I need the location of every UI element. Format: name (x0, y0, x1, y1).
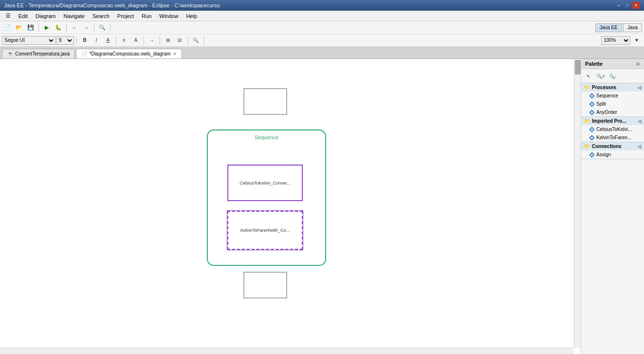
grid-button[interactable]: ⊞ (163, 36, 173, 45)
bottom-connector-box[interactable] (243, 272, 287, 298)
maximize-button[interactable]: □ (624, 2, 631, 9)
palette-panel-inner: 📁 Processes ◁ Sequence Split AnyOrder (581, 83, 644, 354)
sep10 (203, 37, 204, 44)
tab-diagram-label: *DiagramaComposicao.owls_diagram (89, 51, 170, 56)
zoom-dropdown-button[interactable]: ▼ (631, 36, 642, 45)
menu-run[interactable]: Run (138, 12, 155, 20)
minimize-button[interactable]: ─ (615, 2, 623, 9)
diagram-canvas: Sequence CelsiusToKelvin_Conver... Kelvi… (0, 59, 581, 354)
palette-section-processes: 📁 Processes ◁ Sequence Split AnyOrder (581, 83, 644, 117)
align-left-button[interactable]: ≡ (119, 36, 129, 45)
toolbar-row-1: 📄 📂 💾 ▶ 🐛 ← → 🔍 Java EE Java (0, 21, 644, 34)
palette-zoom-out-tool[interactable]: 🔍- (607, 71, 618, 81)
color-button[interactable]: A (130, 36, 141, 45)
font-family-select[interactable]: Segoe UI (2, 36, 55, 45)
run-button[interactable]: ▶ (41, 23, 52, 33)
menu-search[interactable]: Search (89, 12, 113, 20)
search-toolbar-button[interactable]: 🔍 (97, 23, 108, 33)
palette-section-imported-header[interactable]: 📁 Imported Pro... ◁ (581, 117, 644, 125)
split-diamond-icon (589, 101, 594, 107)
palette-item-split[interactable]: Split (581, 100, 644, 108)
toolbar-row-2: Segoe UI 9 B I A ≡ A → ⊞ ⊟ 🔍 100% ▼ (0, 34, 644, 47)
menu-file[interactable]: ☰ (2, 12, 15, 20)
tab-java-label: ConvertTemperatura.java (15, 51, 70, 56)
title-bar: Java EE - Temperatura/DiagramaComposicao… (0, 0, 644, 11)
imported-folder-icon: 📁 (584, 118, 590, 124)
palette-item-sequence[interactable]: Sequence (581, 92, 644, 100)
vertical-scrollbar[interactable] (574, 59, 581, 348)
palette-item-celsius-kelvin[interactable]: CelsiusToKelvi... (581, 125, 644, 133)
italic-button[interactable]: I (91, 36, 102, 45)
sep5 (76, 37, 77, 44)
processes-expand-icon[interactable]: ◁ (638, 85, 641, 90)
menu-help[interactable]: Help (182, 12, 201, 20)
palette-sequence-label: Sequence (596, 93, 618, 98)
menu-navigate[interactable]: Navigate (60, 12, 89, 20)
bold-button[interactable]: B (79, 36, 90, 45)
zoom-in-button[interactable]: 🔍 (190, 36, 201, 45)
menu-diagram[interactable]: Diagram (32, 12, 60, 20)
processes-label: Processes (592, 85, 616, 90)
palette-expand-icon[interactable]: ▷ (637, 61, 640, 66)
imported-expand-icon[interactable]: ◁ (638, 119, 641, 124)
v-scrollbar-thumb[interactable] (575, 60, 581, 75)
sep3 (94, 24, 94, 32)
sep7 (144, 37, 144, 44)
sep6 (116, 37, 116, 44)
palette-zoom-in-tool[interactable]: 🔍+ (595, 71, 606, 81)
palette-celsius-kelvin-label: CelsiusToKelvi... (596, 127, 632, 132)
menu-window[interactable]: Window (155, 12, 182, 20)
palette-panel: Palette ▷ ↖ 🔍+ 🔍- 📁 Processes ◁ Sequence (581, 59, 644, 354)
close-button[interactable]: ✕ (632, 2, 640, 9)
palette-item-anyorder[interactable]: AnyOrder (581, 108, 644, 116)
palette-title: Palette (585, 61, 603, 67)
tab-diagram-icon: 📄 (81, 51, 87, 56)
snap-button[interactable]: ⊟ (174, 36, 185, 45)
main-area: Sequence CelsiusToKelvin_Conver... Kelvi… (0, 59, 644, 354)
palette-item-kelvin-faren[interactable]: KelvinToFaren... (581, 133, 644, 142)
palette-section-connections-header[interactable]: 📁 Connections ◁ (581, 142, 644, 150)
anyorder-diamond-icon (589, 110, 594, 115)
menu-bar: ☰ Edit Diagram Navigate Search Project R… (0, 11, 644, 21)
sep1 (38, 24, 39, 32)
top-connector-box[interactable] (243, 88, 287, 115)
connections-expand-icon[interactable]: ◁ (638, 144, 641, 149)
sep2 (66, 24, 67, 32)
canvas-area[interactable]: Sequence CelsiusToKelvin_Conver... Kelvi… (0, 59, 581, 354)
back-button[interactable]: ← (69, 23, 80, 33)
title-bar-controls: ─ □ ✕ (615, 2, 640, 9)
sequence-container[interactable]: Sequence CelsiusToKelvin_Conver... Kelvi… (207, 130, 326, 266)
new-button[interactable]: 📄 (2, 23, 13, 33)
assign-diamond-icon (589, 152, 594, 157)
open-button[interactable]: 📂 (14, 23, 24, 33)
tab-convert-temperatura[interactable]: ☕ ConvertTemperatura.java (2, 49, 75, 58)
palette-item-assign[interactable]: Assign (581, 150, 644, 159)
debug-button[interactable]: 🐛 (53, 23, 64, 33)
connections-label: Connections (592, 144, 622, 149)
palette-section-processes-header[interactable]: 📁 Processes ◁ (581, 83, 644, 92)
palette-section-imported: 📁 Imported Pro... ◁ CelsiusToKelvi... Ke… (581, 117, 644, 142)
underline-button[interactable]: A (103, 36, 113, 45)
sequence-label: Sequence (255, 134, 279, 140)
toolbar-area: 📄 📂 💾 ▶ 🐛 ← → 🔍 Java EE Java Segoe UI 9 … (0, 21, 644, 47)
tab-diagrama-composicao[interactable]: 📄 *DiagramaComposicao.owls_diagram ✕ (76, 49, 182, 58)
arrow-button[interactable]: → (147, 36, 157, 45)
zoom-select[interactable]: 100% (601, 36, 630, 45)
save-button[interactable]: 💾 (25, 23, 36, 33)
process-box-kelvin[interactable]: KelvinToFarenheith_Co... (227, 211, 303, 250)
sep4 (110, 24, 110, 32)
process-box-celsius[interactable]: CelsiusToKelvin_Conver... (227, 165, 303, 201)
perspective-java[interactable]: Java (623, 23, 642, 32)
font-size-select[interactable]: 9 (56, 36, 74, 45)
menu-project[interactable]: Project (113, 12, 138, 20)
tab-close-icon[interactable]: ✕ (173, 52, 177, 56)
palette-select-tool[interactable]: ↖ (583, 71, 594, 81)
perspective-java-ee[interactable]: Java EE (595, 23, 622, 32)
forward-button[interactable]: → (81, 23, 92, 33)
horizontal-scrollbar[interactable] (0, 348, 574, 354)
palette-kelvin-faren-label: KelvinToFaren... (596, 135, 631, 140)
palette-assign-label: Assign (596, 152, 611, 157)
palette-header: Palette ▷ (581, 59, 644, 69)
menu-edit[interactable]: Edit (15, 12, 32, 20)
tab-java-icon: ☕ (7, 51, 13, 56)
